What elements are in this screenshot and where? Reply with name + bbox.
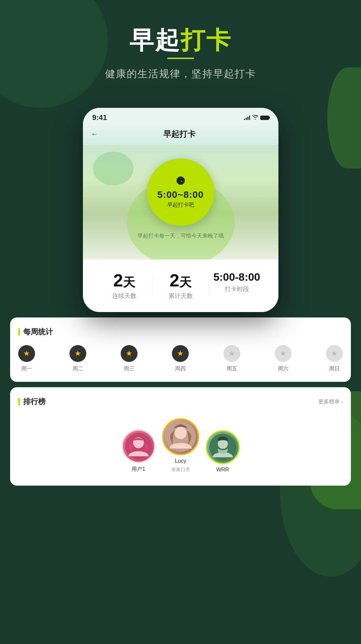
- ranking-user-2-name: 用户1: [131, 466, 145, 473]
- avatar-rank3: [206, 430, 240, 464]
- ranking-user-1-name: Lucy: [175, 458, 186, 464]
- stats-card: 2天 连续天数 2天 累计天数 5:00-8:00 打卡时段: [83, 259, 278, 312]
- day-friday: ★ 周五: [223, 345, 240, 372]
- clock-label: 早起打卡吧: [167, 202, 194, 209]
- ranking-user-3: WRR: [206, 430, 240, 473]
- ranking-section: 排行榜 更多榜单 ›: [10, 387, 351, 486]
- clock-time-range: 5:00~8:00: [157, 189, 204, 200]
- day-label-tuesday: 周二: [72, 365, 83, 372]
- status-time: 9:41: [92, 113, 107, 122]
- svg-point-4: [175, 427, 187, 439]
- day-label-saturday: 周六: [278, 365, 289, 372]
- stat-consecutive: 2天 连续天数: [96, 272, 152, 300]
- ranking-user-3-name: WRR: [216, 467, 229, 473]
- page-subtitle: 健康的生活规律，坚持早起打卡: [13, 67, 348, 81]
- stat-time-label: 打卡时段: [209, 285, 265, 293]
- signal-icon: [244, 115, 250, 120]
- day-label-sunday: 周日: [329, 365, 340, 372]
- wifi-icon: [252, 115, 258, 121]
- stat-time: 5:00-8:00 打卡时段: [209, 272, 265, 293]
- ranking-section-title: 排行榜: [18, 397, 46, 407]
- phone-navbar: ← 早起打卡: [83, 125, 278, 145]
- title-bar-indicator: [18, 328, 20, 336]
- avatars-row: 用户1 Lucy 张家口市: [18, 415, 343, 476]
- phone-wrapper: 9:41: [0, 108, 361, 312]
- day-star-saturday: ★: [275, 345, 292, 362]
- weekly-title-text: 每周统计: [23, 327, 53, 337]
- day-star-sunday: ★: [326, 345, 343, 362]
- status-icons: [244, 115, 269, 121]
- page-title: 早起打卡: [13, 27, 348, 54]
- clock-circle: 5:00~8:00 早起打卡吧: [147, 158, 214, 226]
- day-star-tuesday: ★: [69, 345, 86, 362]
- ranking-user-1: Lucy 张家口市: [162, 418, 199, 473]
- page-header: 早起打卡 健康的生活规律，坚持早起打卡: [0, 0, 361, 94]
- day-tuesday: ★ 周二: [69, 345, 86, 372]
- back-button[interactable]: ←: [91, 130, 98, 139]
- title-accent: 打卡: [181, 27, 232, 54]
- weekly-section: 每周统计 ★ 周一 ★ 周二 ★ 周三: [10, 317, 351, 382]
- avatar-rank1: [162, 418, 199, 455]
- day-wednesday: ★ 周三: [121, 345, 138, 372]
- day-label-thursday: 周四: [175, 365, 186, 372]
- stat-time-value: 5:00-8:00: [209, 272, 265, 282]
- stat-total: 2天 累计天数: [153, 272, 209, 300]
- avatar-rank2: [122, 429, 155, 463]
- ranking-user-1-location: 张家口市: [171, 467, 190, 473]
- day-sunday: ★ 周日: [326, 345, 343, 372]
- day-label-friday: 周五: [227, 365, 237, 372]
- ranking-title-bar: [18, 398, 20, 405]
- phone-hint-text: 早起打卡每一天，可惜今天来晚了哦: [138, 233, 224, 240]
- day-label-wednesday: 周三: [124, 365, 134, 372]
- weekly-days: ★ 周一 ★ 周二 ★ 周三 ★ 周四: [18, 345, 343, 372]
- main-content: 早起打卡 健康的生活规律，坚持早起打卡 9:41: [0, 0, 361, 486]
- clock-icon: [176, 176, 185, 187]
- stat-consecutive-value: 2天: [96, 272, 152, 289]
- ranking-title-text: 排行榜: [23, 397, 46, 407]
- day-saturday: ★ 周六: [275, 345, 292, 372]
- day-label-monday: 周一: [21, 365, 32, 372]
- phone-page-title: 早起打卡: [98, 129, 260, 140]
- day-star-friday: ★: [223, 345, 240, 362]
- ranking-user-2: 用户1: [122, 429, 155, 473]
- phone-content: 5:00~8:00 早起打卡吧 早起打卡每一天，可惜今天来晚了哦: [83, 145, 278, 259]
- stat-total-value: 2天: [153, 272, 209, 289]
- stat-total-label: 累计天数: [153, 292, 209, 300]
- chevron-right-icon: ›: [341, 399, 343, 404]
- ranking-header: 排行榜 更多榜单 ›: [18, 397, 343, 407]
- stat-consecutive-label: 连续天数: [96, 292, 152, 300]
- title-static: 早起: [129, 27, 181, 54]
- day-star-thursday: ★: [172, 345, 189, 362]
- battery-icon: [260, 116, 269, 120]
- weekly-section-title: 每周统计: [18, 327, 343, 337]
- day-star-monday: ★: [18, 345, 35, 362]
- day-star-wednesday: ★: [121, 345, 138, 362]
- phone-mockup: 9:41: [83, 108, 278, 312]
- day-thursday: ★ 周四: [172, 345, 189, 372]
- more-rankings-label: 更多榜单: [318, 398, 340, 405]
- more-rankings-link[interactable]: 更多榜单 ›: [318, 398, 343, 405]
- title-underline: [167, 58, 194, 59]
- status-bar: 9:41: [83, 108, 278, 125]
- day-monday: ★ 周一: [18, 345, 35, 372]
